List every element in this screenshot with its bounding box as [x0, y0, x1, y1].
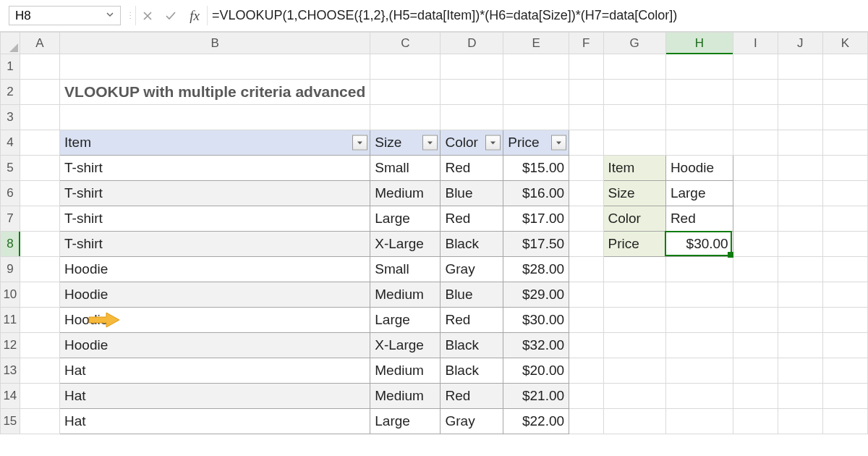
column-header-A[interactable]: A — [20, 33, 59, 54]
cell-J8[interactable] — [778, 232, 822, 257]
cell-K4[interactable] — [822, 130, 867, 156]
cell-B13[interactable]: Hat — [60, 358, 370, 384]
cell-K9[interactable] — [822, 257, 867, 282]
cell-J12[interactable] — [778, 333, 822, 358]
column-header-H[interactable]: H — [665, 33, 733, 54]
cell-K10[interactable] — [822, 282, 867, 308]
cell-E6[interactable]: $16.00 — [503, 181, 569, 206]
column-header-C[interactable]: C — [370, 33, 441, 54]
cell-G15[interactable] — [603, 409, 665, 434]
insert-function-button[interactable]: fx — [182, 0, 207, 31]
cell-K14[interactable] — [822, 384, 867, 409]
cell-G3[interactable] — [603, 105, 665, 130]
cell-I15[interactable] — [733, 409, 778, 434]
cell-I12[interactable] — [733, 333, 778, 358]
cell-H6[interactable]: Large — [665, 181, 733, 206]
cell-E12[interactable]: $32.00 — [503, 333, 569, 358]
cell-E14[interactable]: $21.00 — [503, 384, 569, 409]
cell-H3[interactable] — [665, 105, 733, 130]
cell-F9[interactable] — [569, 257, 603, 282]
cell-I9[interactable] — [733, 257, 778, 282]
cell-D10[interactable]: Blue — [441, 282, 503, 308]
filter-dropdown-icon[interactable] — [551, 135, 566, 151]
cell-F4[interactable] — [569, 130, 603, 156]
cell-E15[interactable]: $22.00 — [503, 409, 569, 434]
cell-H13[interactable] — [665, 358, 733, 384]
cell-B6[interactable]: T-shirt — [60, 181, 370, 206]
cell-G2[interactable] — [603, 80, 665, 105]
cell-I1[interactable] — [733, 54, 778, 80]
cell-E8[interactable]: $17.50 — [503, 232, 569, 257]
cell-H14[interactable] — [665, 384, 733, 409]
cell-B8[interactable]: T-shirt — [60, 232, 370, 257]
row-header-2[interactable]: 2 — [1, 80, 20, 105]
cell-D12[interactable]: Black — [441, 333, 503, 358]
cell-H7[interactable]: Red — [665, 206, 733, 232]
cell-K13[interactable] — [822, 358, 867, 384]
cell-D6[interactable]: Blue — [441, 181, 503, 206]
cell-G8[interactable]: Price — [603, 232, 665, 257]
cell-K7[interactable] — [822, 206, 867, 232]
cell-A5[interactable] — [20, 156, 59, 181]
cell-E2[interactable] — [503, 80, 569, 105]
cell-A6[interactable] — [20, 181, 59, 206]
cell-D1[interactable] — [441, 54, 503, 80]
cell-H8[interactable]: $30.00 — [665, 232, 733, 257]
row-header-8[interactable]: 8 — [1, 232, 20, 257]
cell-H4[interactable] — [665, 130, 733, 156]
cell-I3[interactable] — [733, 105, 778, 130]
cell-H1[interactable] — [665, 54, 733, 80]
cell-D4[interactable]: Color — [441, 130, 503, 156]
cell-A3[interactable] — [20, 105, 59, 130]
column-header-J[interactable]: J — [778, 33, 822, 54]
cell-I8[interactable] — [733, 232, 778, 257]
cell-G10[interactable] — [603, 282, 665, 308]
cell-C13[interactable]: Medium — [370, 358, 441, 384]
cell-F3[interactable] — [569, 105, 603, 130]
cell-K12[interactable] — [822, 333, 867, 358]
filter-dropdown-icon[interactable] — [422, 135, 438, 151]
cell-A4[interactable] — [20, 130, 59, 156]
cell-B4[interactable]: Item — [60, 130, 370, 156]
cell-C7[interactable]: Large — [370, 206, 441, 232]
cell-E11[interactable]: $30.00 — [503, 308, 569, 333]
cell-B2[interactable]: VLOOKUP with multiple criteria advanced — [60, 80, 370, 105]
cell-A15[interactable] — [20, 409, 59, 434]
cell-J3[interactable] — [778, 105, 822, 130]
column-header-D[interactable]: D — [441, 33, 503, 54]
cell-G6[interactable]: Size — [603, 181, 665, 206]
row-header-9[interactable]: 9 — [1, 257, 20, 282]
column-header-F[interactable]: F — [569, 33, 603, 54]
filter-dropdown-icon[interactable] — [485, 135, 501, 151]
cell-J11[interactable] — [778, 308, 822, 333]
cell-D14[interactable]: Red — [441, 384, 503, 409]
cell-G1[interactable] — [603, 54, 665, 80]
cell-D13[interactable]: Black — [441, 358, 503, 384]
cell-G14[interactable] — [603, 384, 665, 409]
cell-B5[interactable]: T-shirt — [60, 156, 370, 181]
cell-J1[interactable] — [778, 54, 822, 80]
cell-J4[interactable] — [778, 130, 822, 156]
cell-F6[interactable] — [569, 181, 603, 206]
cell-D5[interactable]: Red — [441, 156, 503, 181]
cell-C5[interactable]: Small — [370, 156, 441, 181]
cell-I10[interactable] — [733, 282, 778, 308]
cell-C4[interactable]: Size — [370, 130, 441, 156]
cell-I11[interactable] — [733, 308, 778, 333]
cell-H15[interactable] — [665, 409, 733, 434]
cell-C3[interactable] — [370, 105, 441, 130]
cell-C14[interactable]: Medium — [370, 384, 441, 409]
cell-K8[interactable] — [822, 232, 867, 257]
cell-E5[interactable]: $15.00 — [503, 156, 569, 181]
cell-D2[interactable] — [441, 80, 503, 105]
cell-H9[interactable] — [665, 257, 733, 282]
row-header-11[interactable]: 11 — [1, 308, 20, 333]
cell-G9[interactable] — [603, 257, 665, 282]
cell-G7[interactable]: Color — [603, 206, 665, 232]
cell-J13[interactable] — [778, 358, 822, 384]
cell-I7[interactable] — [733, 206, 778, 232]
row-header-7[interactable]: 7 — [1, 206, 20, 232]
cell-G13[interactable] — [603, 358, 665, 384]
cell-G5[interactable]: Item — [603, 156, 665, 181]
select-all-button[interactable] — [1, 33, 20, 54]
